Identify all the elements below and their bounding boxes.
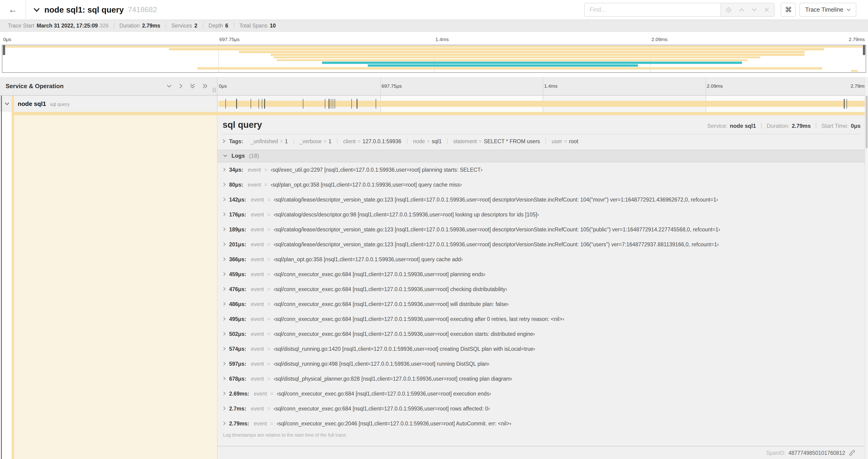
page-title: node sql1: sql query <box>44 5 124 15</box>
tags-row[interactable]: Tags: _unfinished = 1 _verbose = 1 <box>217 134 868 147</box>
log-field-key: event <box>251 241 264 247</box>
span-row: node sql1 sql query <box>0 96 868 112</box>
collapse-all-button[interactable] <box>190 84 195 89</box>
chevron-right-icon <box>223 227 226 231</box>
log-marker-tick <box>262 99 262 109</box>
log-entry-row[interactable]: 495μs: event = ‹sql/conn_executor_exec.g… <box>223 312 868 326</box>
log-field-value: ‹sql/distsql_running.go:1420 [nsql1,clie… <box>274 346 535 352</box>
summary-value: 10 <box>270 23 276 28</box>
deep-link-icon[interactable] <box>849 450 855 456</box>
log-entry-row[interactable]: 201μs: event = ‹sql/catalog/lease/descri… <box>223 237 868 252</box>
log-entry-row[interactable]: 459μs: event = ‹sql/conn_executor_exec.g… <box>223 267 868 282</box>
column-resizer-grip[interactable] <box>213 88 216 92</box>
ruler-tick-label: 2.09ms <box>707 83 723 89</box>
view-options-dropdown[interactable]: Trace Timeline <box>800 3 856 17</box>
summary-value: 2 <box>194 23 197 28</box>
log-entry-row[interactable]: 2.69ms: event = ‹sql/conn_executor_exec.… <box>223 386 868 401</box>
minimap-tick-label: 2.09ms <box>651 36 668 42</box>
minimap-span-bar <box>169 48 824 51</box>
log-marker-tick <box>251 99 251 109</box>
focus-match-button[interactable] <box>723 3 735 16</box>
log-field-key: event <box>251 331 264 336</box>
log-entry-row[interactable]: 2.79ms: event = ‹sql/conn_executor_exec.… <box>223 416 868 431</box>
find-input[interactable] <box>585 3 721 17</box>
chevron-right-icon <box>223 362 226 366</box>
ruler-tick-label: 2.79ms <box>850 83 867 89</box>
minimap-canvas[interactable] <box>2 45 866 73</box>
log-timestamp: 476μs: <box>229 286 246 292</box>
log-entry-row[interactable]: 176μs: event = ‹sql/catalog/descs/descri… <box>223 207 868 222</box>
log-entry-row[interactable]: 2.7ms: event = ‹sql/conn_executor_exec.g… <box>223 401 868 416</box>
trace-timeline-page: ← node sql1: sql query 7418682 <box>0 0 868 459</box>
span-bar-cell[interactable] <box>217 96 868 112</box>
span-id-bar: SpanID: 4877749850101760812 <box>217 446 868 459</box>
detail-row-accent-fill <box>12 112 868 115</box>
tag-equals: = <box>427 138 430 144</box>
span-tree-indent-guide[interactable] <box>1 96 2 459</box>
back-button[interactable]: ← <box>0 0 26 20</box>
span-detail-panel: sql query Service: node sql1 Duration: 2… <box>217 115 868 459</box>
clear-search-button[interactable] <box>761 3 773 16</box>
minimap-tick-label: 0μs <box>3 36 11 42</box>
chevron-down-icon <box>223 154 227 157</box>
log-entry-row[interactable]: 366μs: event = ‹sql/plan_opt.go:358 [nsq… <box>223 252 868 267</box>
chevron-right-icon <box>223 287 226 291</box>
minimap-span-bar <box>322 62 742 64</box>
double-chevron-right-icon <box>203 84 208 89</box>
log-entry-row[interactable]: 189μs: event = ‹sql/catalog/lease/descri… <box>223 222 868 237</box>
span-duration-bar[interactable] <box>218 101 867 107</box>
log-equals: = <box>267 301 270 307</box>
log-entry-row[interactable]: 597μs: event = ‹sql/distsql_running.go:4… <box>223 356 868 371</box>
chevron-right-icon <box>223 406 226 411</box>
trace-title-group: node sql1: sql query 7418682 <box>33 5 157 15</box>
chevron-right-icon <box>223 272 226 276</box>
span-name-cell[interactable]: node sql1 sql query <box>0 96 217 112</box>
log-entry-row[interactable]: 142μs: event = ‹sql/catalog/lease/descri… <box>223 192 868 207</box>
log-marker-tick <box>335 99 335 109</box>
logs-section-toggle[interactable]: Logs (18) <box>217 150 868 162</box>
prev-result-button[interactable] <box>735 3 748 16</box>
log-entry-row[interactable]: 678μs: event = ‹sql/distsql_physical_pla… <box>223 371 868 386</box>
find-buttons <box>721 3 775 17</box>
log-timestamp: 495μs: <box>229 316 246 322</box>
keyboard-shortcuts-button[interactable]: ⌘ <box>781 3 796 17</box>
trace-collapse-toggle[interactable] <box>33 7 40 12</box>
detail-header: sql query Service: node sql1 Duration: 2… <box>217 115 868 130</box>
next-result-button[interactable] <box>748 3 761 16</box>
summary-item: Total Spans 10 <box>234 23 281 29</box>
summary-value: 2.79ms <box>142 23 160 28</box>
minimap-left-drag-handle[interactable] <box>3 45 5 55</box>
log-field-value: ‹sql/conn_executor_exec.go:2046 [nsql1,c… <box>277 421 511 426</box>
tag-value: sql1 <box>432 138 442 144</box>
expand-one-button[interactable] <box>179 84 183 89</box>
log-field-value: ‹sql/conn_executor_exec.go:684 [nsql1,cl… <box>274 286 507 292</box>
chevron-right-icon <box>223 376 226 381</box>
minimap-right-drag-handle[interactable] <box>863 45 865 55</box>
scrollbar-thumb[interactable] <box>866 96 868 148</box>
chevron-down-icon <box>166 85 172 88</box>
top-bar: ← node sql1: sql query 7418682 <box>0 0 868 20</box>
log-entry-row[interactable]: 502μs: event = ‹sql/conn_executor_exec.g… <box>223 326 868 341</box>
log-field-value: ‹sql/exec_util.go:2297 [nsql1,client=127… <box>271 167 483 172</box>
log-equals: = <box>267 241 270 247</box>
log-entry-row[interactable]: 34μs: event = ‹sql/exec_util.go:2297 [ns… <box>223 162 868 177</box>
ruler-tick-label: 0μs <box>219 83 227 89</box>
log-equals: = <box>267 405 270 411</box>
collapse-one-button[interactable] <box>166 85 172 88</box>
log-entry-row[interactable]: 486μs: event = ‹sql/conn_executor_exec.g… <box>223 296 868 312</box>
timeline-header-row: Service & Operation <box>0 77 868 96</box>
tag-item: user = root <box>546 138 584 144</box>
log-entry-row[interactable]: 476μs: event = ‹sql/conn_executor_exec.g… <box>223 282 868 296</box>
logs-list: 34μs: event = ‹sql/exec_util.go:2297 [ns… <box>217 162 868 431</box>
span-collapse-toggle[interactable] <box>5 102 9 105</box>
log-marker-tick <box>303 99 303 109</box>
log-entry-row[interactable]: 80μs: event = ‹sql/plan_opt.go:358 [nsql… <box>223 177 868 192</box>
expand-collapse-controls <box>166 84 217 89</box>
minimap-span-bar <box>197 67 823 69</box>
log-field-key: event <box>251 256 264 262</box>
minimap-span-bar <box>4 45 862 47</box>
chevron-right-icon <box>223 302 226 306</box>
chevron-right-icon <box>223 317 226 321</box>
expand-all-button[interactable] <box>203 84 208 89</box>
log-entry-row[interactable]: 574μs: event = ‹sql/distsql_running.go:1… <box>223 341 868 356</box>
